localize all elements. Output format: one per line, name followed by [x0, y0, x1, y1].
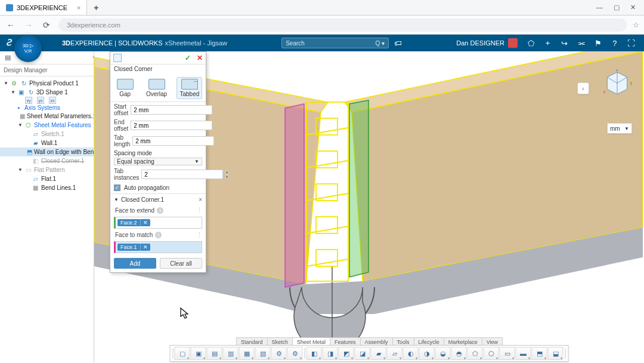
tree-row-wall[interactable]: ▰ Wall.1 [0, 139, 94, 147]
tool-button[interactable]: ◓ [451, 347, 467, 360]
add-icon[interactable]: ＋ [544, 39, 552, 47]
view-prev-icon[interactable]: ‹ [577, 82, 589, 94]
tag-icon[interactable]: 🏷 [394, 39, 402, 47]
search-input[interactable]: Search Q ▾ [281, 38, 389, 48]
browser-tab[interactable]: 3DEXPERIENCE × [0, 0, 87, 15]
avatar[interactable] [508, 38, 518, 48]
tab-close-icon[interactable]: × [77, 4, 80, 11]
tree-toggle-icon[interactable]: ▼ [18, 167, 23, 173]
help-icon[interactable]: ? [611, 39, 619, 47]
face-match-menu-icon[interactable]: ⋮ [196, 231, 202, 239]
tree-toolbar-icon[interactable]: ▤ [5, 54, 13, 62]
clear-all-button[interactable]: Clear all [160, 258, 202, 269]
url-text: 3dexperience.com [67, 21, 120, 29]
tree-row-wall-bend[interactable]: ⬒ Wall on Edge with Bend.1 [0, 147, 94, 156]
tool-button[interactable]: ▢ [175, 347, 190, 360]
minimize-icon[interactable]: — [596, 4, 603, 11]
tree-row-product[interactable]: ▼ ⚙ ↻ Physical Product 1 [0, 79, 94, 88]
face-extend-box[interactable]: Face.2 ✕ [114, 217, 202, 229]
tool-button[interactable]: ◒ [435, 347, 451, 360]
tool-button[interactable]: ▣ [191, 347, 206, 360]
close-window-icon[interactable]: ✕ [630, 4, 636, 11]
tree-row-features[interactable]: ▼ ⬡ Sheet Metal Features [0, 121, 94, 130]
nav-cube[interactable]: z y x [602, 69, 632, 99]
tool-button[interactable]: ⚙ [287, 347, 303, 360]
face-extend-remove-icon[interactable]: ✕ [140, 219, 150, 226]
plane-icons[interactable]: xy yz zx [0, 97, 94, 104]
tool-button[interactable]: ◑ [419, 347, 435, 360]
tree-toggle-icon[interactable]: ▼ [18, 122, 23, 128]
tool-button[interactable]: ⬓ [548, 347, 564, 360]
tool-button[interactable]: ⬡ [484, 347, 499, 360]
face-match-box[interactable]: Face.1 ✕ [114, 241, 202, 253]
tab-length-input[interactable] [132, 136, 214, 146]
start-offset-input[interactable] [131, 105, 212, 115]
face-extend-menu-icon[interactable]: ⋮ [196, 207, 202, 214]
tool-button[interactable]: ⬠ [467, 347, 483, 360]
end-offset-input[interactable] [131, 121, 212, 130]
xy-plane-icon[interactable]: xy [25, 97, 32, 104]
tree-row-params[interactable]: ▦ Sheet Metal Parameters.1 [0, 112, 94, 121]
compass-icon[interactable]: 3D ▷ V,R [14, 35, 42, 62]
forward-icon[interactable]: → [23, 19, 35, 31]
zx-plane-icon[interactable]: zx [49, 97, 56, 104]
tool-button[interactable]: ▧ [255, 347, 271, 360]
tool-button[interactable]: ▥ [223, 347, 239, 360]
url-bar[interactable]: 3dexperience.com [58, 19, 627, 32]
cancel-button[interactable]: ✕ [197, 54, 203, 62]
maximize-icon[interactable]: ▢ [614, 4, 620, 11]
reload-icon[interactable]: ⟳ [41, 19, 52, 31]
tree-toggle-icon[interactable]: ▸ [18, 105, 23, 110]
share-icon[interactable]: ↪ [561, 39, 569, 47]
mode-gap[interactable]: Gap [114, 77, 137, 99]
tool-button[interactable]: ▦ [239, 347, 255, 360]
bookmark-icon[interactable]: ☆ [633, 21, 639, 29]
tool-button[interactable]: ◩ [339, 347, 354, 360]
face-match-remove-icon[interactable]: ✕ [140, 244, 150, 251]
tree-row-bend-lines[interactable]: ▦ Bend Lines.1 [0, 183, 94, 192]
shape-icon: ▣ [17, 88, 25, 96]
unit-select[interactable]: mm ▼ [607, 123, 632, 134]
product-icon: ⚙ [10, 79, 18, 87]
tool-button[interactable]: ⚙ [271, 347, 287, 360]
tab-instances-input[interactable] [141, 170, 223, 179]
ok-button[interactable]: ✓ [185, 54, 191, 62]
tree-row-sketch[interactable]: ▱ Sketch.1 [0, 130, 94, 139]
tool-button[interactable]: ⬒ [532, 347, 547, 360]
auto-propagation-checkbox[interactable]: ✓ [114, 184, 120, 191]
tool-button[interactable]: ▱ [387, 347, 402, 360]
tool-button[interactable]: ◪ [355, 347, 370, 360]
tool-button[interactable]: ▤ [207, 347, 222, 360]
fullscreen-icon[interactable]: ⛶ [627, 39, 636, 47]
user-name[interactable]: Dan DESIGNER [456, 39, 504, 47]
tree-row-flat[interactable]: ▱ Flat.1 [0, 174, 94, 183]
search-icon: Q ▾ [376, 40, 385, 47]
tool-button[interactable]: ▭ [500, 347, 515, 360]
collaborate-icon[interactable]: ⫘ [577, 39, 586, 47]
new-tab-button[interactable]: + [89, 1, 103, 14]
section-toggle-icon[interactable]: ▼ [114, 197, 119, 202]
tool-button[interactable]: ▰ [371, 347, 386, 360]
tree-row-axis[interactable]: ▸ Axis Systems [0, 104, 94, 112]
add-button[interactable]: Add [114, 258, 156, 269]
section-close-icon[interactable]: × [199, 196, 202, 203]
flag-icon[interactable]: ⚑ [594, 39, 602, 47]
tree-row-shape[interactable]: ▼ ▣ ↻ 3D Shape 1 [0, 88, 94, 97]
tree-row-closed-corner[interactable]: ◧ Closed Corner.1 [0, 156, 94, 165]
tool-button[interactable]: ◐ [403, 347, 419, 360]
tree-toggle-icon[interactable]: ▼ [4, 81, 8, 86]
home-icon[interactable]: ⬠ [527, 39, 535, 47]
tool-button[interactable]: ▬ [516, 347, 531, 360]
yz-plane-icon[interactable]: yz [37, 97, 44, 104]
tool-button[interactable]: ◨ [323, 347, 338, 360]
tab-instances-spinner[interactable]: ▴▾ [225, 170, 228, 179]
mode-tabbed[interactable]: Tabbed [177, 77, 202, 99]
spacing-mode-select[interactable]: Equal spacing ▼ [114, 158, 202, 165]
back-icon[interactable]: ← [5, 19, 17, 31]
tool-button[interactable]: ◧ [306, 347, 322, 360]
auto-propagation-label: Auto propagation [124, 184, 169, 191]
tree-toggle-icon[interactable]: ▼ [11, 90, 16, 95]
mode-overlap[interactable]: Overlap [143, 77, 170, 99]
tree-row-flat-pattern[interactable]: ▼ ▭ Flat Pattern [0, 165, 94, 174]
viewport[interactable]: z y x ‹ mm ▼ ✓ ✕ Closed Corner Gap [94, 51, 644, 363]
